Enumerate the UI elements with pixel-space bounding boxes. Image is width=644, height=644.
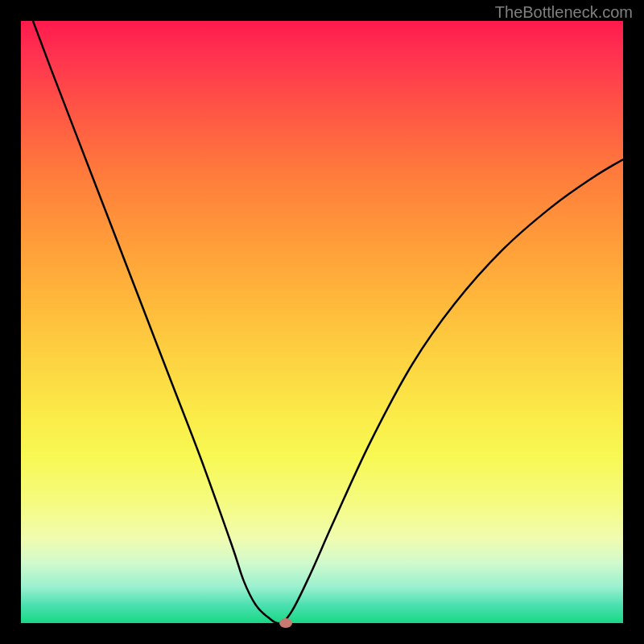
bottleneck-curve <box>21 21 623 623</box>
bottleneck-marker <box>279 618 292 628</box>
watermark-text: TheBottleneck.com <box>495 3 633 22</box>
chart-plot-area <box>21 21 623 623</box>
